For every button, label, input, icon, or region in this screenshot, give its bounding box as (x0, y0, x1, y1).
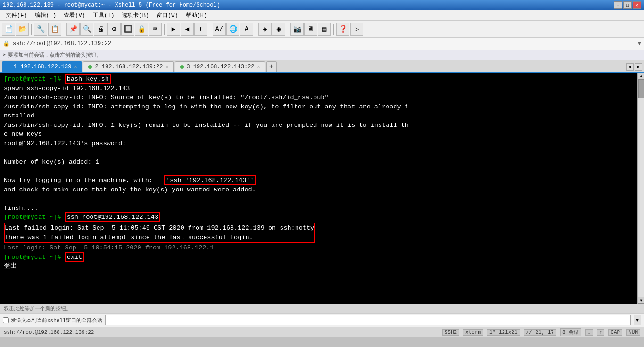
maximize-button[interactable]: □ (623, 1, 632, 9)
properties-btn[interactable]: 🔧 (34, 23, 47, 36)
tab-close-3[interactable]: ✕ (257, 64, 260, 70)
input-label-bar[interactable]: 双击此处添加一个新的按钮。 (0, 304, 644, 314)
print-btn[interactable]: 🖨 (94, 23, 107, 36)
toolbar-btn-m[interactable]: 🖥 (304, 23, 317, 36)
tab-dot-1 (7, 65, 11, 69)
add-tab-button[interactable]: + (266, 61, 277, 72)
toolbar-btn-n[interactable]: ▤ (318, 23, 331, 36)
tab-nav-buttons: ◀ ▶ (626, 63, 642, 72)
scroll-track[interactable] (638, 79, 644, 297)
tab-close-2[interactable]: ✕ (165, 64, 168, 70)
scroll-up-btn[interactable]: ▲ (638, 73, 644, 79)
tab-label-2: 2 192.168.122.139:22 (95, 64, 163, 70)
toolbar-btn-e[interactable]: ▶ (167, 23, 180, 36)
terminal-line-20: Last login: Sat Sep 5 10:54:15 2020 from… (4, 243, 634, 253)
tab-dot-3 (180, 65, 184, 69)
terminal-line-6: /usr/bin/ssh-copy-id: INFO: 1 key(s) rem… (4, 121, 634, 130)
status-ssh2: SSH2 (442, 329, 459, 336)
toolbar-group-2: 📌 🔍 🖨 ⚙ 🔲 🔒 ⌨ (66, 23, 162, 36)
status-transfer-up: ↑ (597, 329, 605, 336)
tab-label-1: 1 192.168.122.139 (14, 64, 71, 70)
send-all-checkbox[interactable] (3, 317, 9, 323)
menu-edit[interactable]: 编辑(E) (31, 10, 60, 20)
toolbar-btn-k[interactable]: ◈ (258, 23, 272, 36)
ssh-cmd-highlight: 'ssh '192.168.122.143'' (164, 175, 256, 185)
tab-nav-left[interactable]: ◀ (626, 63, 634, 71)
help-btn[interactable]: ❓ (336, 23, 349, 36)
tab-dot-2 (88, 65, 92, 69)
cmd-highlight-3: exit (65, 252, 84, 262)
prompt-3: [root@mycat ~]# (4, 254, 65, 261)
toolbar-group-1: 📄 📂 (2, 23, 29, 36)
send-all-checkbox-row[interactable]: 发送文本到当前Xshell窗口的全部会话 (3, 317, 102, 324)
menu-tabs[interactable]: 选项卡(B) (118, 10, 153, 20)
terminal-line-8: root@192.168.122.143's password: (4, 139, 634, 149)
terminal-line-1: [root@mycat ~]# bash key.sh (4, 74, 634, 84)
toolbar-group-5: ◈ ◉ (258, 23, 285, 36)
toolbar-extra-btn[interactable]: ▷ (350, 23, 363, 36)
toolbar-btn-d[interactable]: 🔲 (121, 23, 134, 36)
window-title: 192.168.122.139 - root@mycat:~ - Xshell … (3, 2, 220, 8)
status-bar: ssh://root@192.168.122.139:22 SSH2 xterm… (0, 327, 644, 337)
terminal-line-17: Last failed login: Sat Sep 5 11:05:49 CS… (5, 223, 314, 233)
copy-btn[interactable]: 📋 (48, 23, 61, 36)
input-dropdown-btn[interactable]: ▼ (634, 315, 641, 325)
status-sessions: 8 会话 (560, 328, 581, 336)
sep4 (210, 24, 210, 35)
screenshot-btn[interactable]: 📷 (290, 23, 304, 36)
info-text: 要添加当前会话，点击左侧的箭头按钮。 (8, 51, 101, 58)
info-bar: ➤ 要添加当前会话，点击左侧的箭头按钮。 (0, 50, 644, 60)
tab-1[interactable]: 1 192.168.122.139 ✕ (2, 61, 82, 72)
tab-close-1[interactable]: ✕ (74, 64, 77, 70)
terminal-content[interactable]: [root@mycat ~]# bash key.sh spawn ssh-co… (0, 73, 637, 304)
toolbar-btn-b[interactable]: 🔍 (80, 23, 93, 36)
toolbar-btn-l[interactable]: ◉ (272, 23, 285, 36)
toolbar-btn-i[interactable]: 🌐 (226, 23, 239, 36)
toolbar-btn-j[interactable]: A (240, 23, 253, 36)
sep6 (288, 24, 288, 35)
lock-btn[interactable]: 🔒 (135, 23, 148, 36)
terminal-line-12: Now try logging into the machine, with: … (4, 176, 634, 185)
status-right: SSH2 xterm 1* 121x21 // 21, 17 8 会话 ↓ ↑ … (442, 328, 640, 336)
toolbar-btn-f[interactable]: ◀ (181, 23, 194, 36)
toolbar-btn-g[interactable]: ⬆ (194, 23, 207, 36)
toolbar: 📄 📂 🔧 📋 📌 🔍 🖨 ⚙ 🔲 🔒 ⌨ ▶ ◀ ⬆ A/ 🌐 A ◈ ◉ 📷… (0, 21, 644, 38)
toolbar-group-6: 📷 🖥 ▤ (290, 23, 331, 36)
open-btn[interactable]: 📂 (16, 23, 29, 36)
scroll-down-btn[interactable]: ▼ (638, 297, 644, 304)
status-cap: CAP (608, 329, 622, 336)
input-row: 发送文本到当前Xshell窗口的全部会话 ▼ (0, 314, 644, 327)
terminal-line-4: /usr/bin/ssh-copy-id: INFO: attempting t… (4, 102, 634, 112)
terminal-line-7: e new keys (4, 130, 634, 139)
menu-help[interactable]: 帮助(H) (182, 10, 211, 20)
tab-bar: 1 192.168.122.139 ✕ 2 192.168.122.139:22… (0, 60, 644, 73)
address-dropdown[interactable]: ▼ (638, 41, 641, 47)
scroll-thumb[interactable] (638, 79, 644, 98)
close-button[interactable]: ✕ (633, 1, 641, 9)
tab-label-3: 3 192.168.122.143:22 (187, 64, 255, 70)
address-text: ssh://root@192.168.122.139:22 (13, 41, 111, 47)
keyboard-btn[interactable]: ⌨ (149, 23, 162, 36)
minimize-button[interactable]: ─ (614, 1, 622, 9)
terminal-line-10: Number of key(s) added: 1 (4, 157, 634, 167)
cmd-highlight-1: bash key.sh (65, 74, 111, 84)
toolbar-btn-h[interactable]: A/ (213, 23, 226, 36)
terminal-blank-3 (4, 194, 634, 204)
menu-tools[interactable]: 工具(T) (89, 10, 118, 20)
tab-3[interactable]: 3 192.168.122.143:22 ✕ (175, 61, 265, 72)
menu-file[interactable]: 文件(F) (2, 10, 31, 20)
sep3 (164, 24, 165, 35)
tab-nav-right[interactable]: ▶ (635, 63, 642, 71)
menu-window[interactable]: 窗口(W) (153, 10, 182, 20)
prompt-1: [root@mycat ~]# (4, 75, 65, 83)
status-num: NUM (626, 329, 640, 336)
new-session-btn[interactable]: 📄 (2, 23, 15, 36)
terminal-line-22: 登出 (4, 262, 634, 271)
menu-view[interactable]: 查看(V) (60, 10, 89, 20)
cmd-highlight-2: ssh root@192.168.122.143 (65, 212, 160, 222)
command-input[interactable] (105, 315, 631, 325)
toolbar-btn-a[interactable]: 📌 (66, 23, 80, 36)
toolbar-btn-c[interactable]: ⚙ (107, 23, 121, 36)
tab-2[interactable]: 2 192.168.122.139:22 ✕ (83, 61, 173, 72)
window-controls: ─ □ ✕ (614, 1, 641, 9)
